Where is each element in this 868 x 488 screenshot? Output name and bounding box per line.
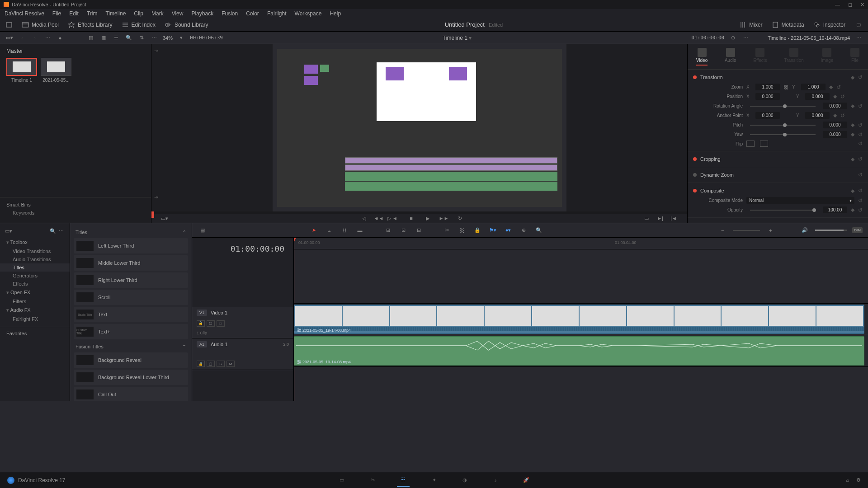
fullscreen-button[interactable] [5, 21, 13, 28]
volume-slider[interactable] [815, 230, 847, 231]
flip-v-button[interactable] [760, 141, 768, 147]
maximize-icon[interactable]: ◻ [848, 2, 852, 8]
reset-icon[interactable]: ↺ [840, 113, 845, 119]
menu-view[interactable]: View [172, 10, 184, 17]
keyframe-icon[interactable]: ◆ [851, 75, 854, 80]
mute-icon[interactable]: 🔊 [800, 225, 810, 235]
audio-clip[interactable]: ⛓2021-05-05_19-14-08.mp4 [294, 336, 864, 366]
tab-video[interactable]: Video [696, 48, 708, 66]
tab-image[interactable]: Image [821, 48, 834, 66]
tab-effects[interactable]: Effects [753, 48, 767, 66]
menu-workspace[interactable]: Workspace [295, 10, 322, 17]
sound-library-button[interactable]: Sound Library [165, 21, 208, 28]
zoom-icon[interactable]: 🔍 [534, 225, 544, 235]
empty-track-area[interactable] [294, 249, 868, 304]
favorites-label[interactable]: Favorites [0, 327, 70, 340]
transform-header[interactable]: Transform [700, 75, 723, 80]
inspector-more-icon[interactable]: ⋯ [854, 34, 863, 42]
grid-view-icon[interactable]: ▦ [99, 34, 108, 42]
more-icon[interactable]: ⋯ [43, 34, 52, 42]
replace-icon[interactable]: ⊟ [414, 225, 424, 235]
match-frame-icon[interactable]: ▭▾ [160, 214, 169, 222]
link-icon[interactable]: ⛓ [783, 84, 788, 90]
trim-tool-icon[interactable]: ⫠ [324, 225, 334, 235]
menu-trim[interactable]: Trim [87, 10, 98, 17]
timeline-timecode[interactable]: 01:00:00:00 [192, 238, 293, 260]
title-item[interactable]: Basic TitleText [74, 307, 188, 322]
cut-page-icon[interactable]: ✂ [366, 474, 379, 487]
close-icon[interactable]: ✕ [860, 2, 864, 8]
pitch-slider[interactable] [750, 125, 816, 126]
timeline-title[interactable]: Timeline 1 [443, 35, 467, 41]
timeline-ruler[interactable]: 01:00:00:00 01:00:04:00 [294, 238, 868, 249]
color-page-icon[interactable]: ◑ [458, 474, 471, 487]
mixer-button[interactable]: Mixer [739, 21, 762, 28]
pos-x-field[interactable]: 0.000 [755, 93, 780, 100]
deliver-page-icon[interactable]: 🚀 [520, 474, 533, 487]
keyframe-icon[interactable]: ◆ [851, 103, 854, 109]
subcat-filters[interactable]: Filters [0, 297, 70, 305]
auto-select-icon[interactable]: ▢ [207, 320, 215, 327]
media-pool-button[interactable]: Media Pool [22, 21, 59, 28]
anchor-x-field[interactable]: 0.000 [755, 112, 780, 119]
fusion-title-item[interactable]: Background Reveal Lower Third [74, 370, 188, 385]
openfx-category[interactable]: Open FX [0, 288, 70, 297]
reset-icon[interactable]: ↺ [858, 131, 863, 138]
zoom-slider[interactable] [733, 230, 760, 231]
flip-h-button[interactable] [746, 141, 755, 147]
fusion-page-icon[interactable]: ✦ [428, 474, 440, 487]
pitch-field[interactable]: 0.000 [823, 122, 847, 128]
solo-icon[interactable]: S [217, 361, 225, 367]
collapse-icon[interactable]: ⌃ [182, 230, 186, 235]
loop-playback-icon[interactable]: ↻ [456, 214, 465, 223]
inspector-button[interactable]: Inspector [813, 21, 845, 28]
title-item[interactable]: Scroll [74, 290, 188, 305]
minimize-icon[interactable]: — [835, 2, 840, 8]
dynamic-trim-icon[interactable]: ⟨⟩ [340, 225, 349, 235]
reset-icon[interactable]: ↺ [840, 94, 845, 100]
subcat-fairlight[interactable]: Fairlight FX [0, 315, 70, 323]
media-item-clip[interactable]: 2021-05-05... [41, 58, 71, 83]
yaw-slider[interactable] [750, 134, 816, 135]
sort-icon[interactable]: ⇅ [137, 34, 146, 42]
menu-fairlight[interactable]: Fairlight [267, 10, 287, 17]
auto-select-icon[interactable]: ▢ [207, 361, 215, 367]
title-item[interactable]: Left Lower Third [74, 238, 188, 253]
menu-davinci[interactable]: DaVinci Resolve [5, 10, 44, 17]
title-item[interactable]: Custom TitleText+ [74, 324, 188, 339]
lock-track-icon[interactable]: 🔒 [197, 361, 205, 367]
menu-clip[interactable]: Clip [134, 10, 143, 17]
menu-edit[interactable]: Edit [69, 10, 79, 17]
options-icon[interactable]: ⋯ [150, 34, 158, 42]
reset-icon[interactable]: ↺ [858, 141, 863, 147]
marker-icon[interactable]: ●▾ [503, 225, 513, 235]
mark-next-icon[interactable]: ▷ [385, 214, 394, 223]
razor-icon[interactable]: ✂ [442, 225, 452, 235]
edit-page-icon[interactable]: ☷ [397, 474, 410, 487]
title-item[interactable]: Right Lower Third [74, 272, 188, 288]
selection-tool-icon[interactable]: ➤ [309, 225, 319, 235]
tab-audio[interactable]: Audio [725, 48, 736, 66]
list-view-icon[interactable]: ▤ [87, 34, 95, 42]
play-icon[interactable]: ▶ [423, 214, 432, 223]
collapse-icon[interactable]: ⌃ [182, 344, 186, 350]
opacity-field[interactable]: 100.00 [823, 206, 847, 213]
lock-icon[interactable]: 🔒 [472, 225, 482, 235]
menu-help[interactable]: Help [330, 10, 341, 17]
composite-mode-select[interactable]: Normal ▾ [746, 197, 854, 204]
overwrite-icon[interactable]: ⊡ [398, 225, 408, 235]
metadata-button[interactable]: Metadata [772, 21, 804, 28]
viewer-scrubber[interactable] [151, 211, 687, 214]
goto-in-icon[interactable]: ▭ [642, 214, 651, 223]
toolbox-category[interactable]: Toolbox [0, 238, 70, 247]
fx-options-icon[interactable]: ⋯ [57, 227, 65, 235]
tab-transition[interactable]: Transition [784, 48, 804, 66]
menu-playback[interactable]: Playback [191, 10, 213, 17]
media-page-icon[interactable]: ▭ [335, 474, 348, 487]
subcat-effects[interactable]: Effects [0, 280, 70, 288]
viewer-options-icon[interactable]: ⋯ [741, 34, 750, 42]
subcat-titles[interactable]: Titles [0, 263, 70, 272]
fusion-title-item[interactable]: Call Out [74, 387, 188, 401]
loop-icon[interactable]: ⊙ [729, 34, 737, 42]
keyframe-icon[interactable]: ◆ [829, 84, 833, 90]
